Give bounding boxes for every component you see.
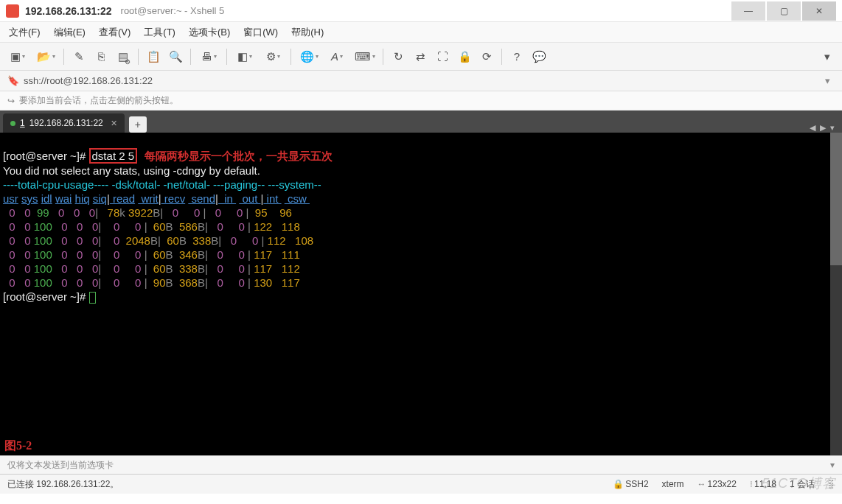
menu-file[interactable]: 文件(F) — [9, 26, 41, 39]
tab-status-dot-icon — [10, 121, 15, 126]
size-icon: ↔ — [697, 479, 706, 489]
menu-view[interactable]: 查看(V) — [99, 26, 131, 39]
help-icon[interactable]: ? — [507, 46, 527, 67]
separator — [63, 49, 64, 65]
send-hint-text: 仅将文本发送到当前选项卡 — [7, 459, 114, 472]
menu-window[interactable]: 窗口(W) — [243, 26, 278, 39]
encoding-icon[interactable]: ⚙ — [260, 46, 286, 67]
hint-text: 要添加当前会话，点击左侧的箭头按钮。 — [19, 94, 178, 107]
terminal[interactable]: [root@server ~]# dstat 2 5每隔两秒显示一个批次，一共显… — [0, 133, 842, 455]
close-button[interactable]: ✕ — [802, 1, 836, 21]
tab-strip: 1 192.168.26.131:22 ✕ + ◀ ▶ ▾ — [0, 111, 842, 133]
globe-icon[interactable]: 🌐 — [296, 46, 322, 67]
separator — [501, 49, 502, 65]
tab-menu-icon[interactable]: ▾ — [830, 123, 835, 133]
lock-icon[interactable]: 🔒 — [454, 46, 475, 67]
status-connection: 已连接 192.168.26.131:22。 — [7, 478, 599, 491]
hint-bar: ↪ 要添加当前会话，点击左侧的箭头按钮。 — [0, 91, 842, 111]
status-term: xterm — [662, 479, 684, 489]
separator — [190, 49, 191, 65]
status-size: ↔123x22 — [697, 479, 737, 489]
font-icon[interactable]: A — [324, 46, 350, 67]
address-url[interactable]: ssh://root@192.168.26.131:22 — [24, 75, 153, 86]
tab-close-icon[interactable]: ✕ — [111, 119, 117, 128]
print-icon[interactable]: 🖶 — [195, 46, 222, 67]
send-hint-dropdown-icon[interactable]: ▾ — [830, 460, 835, 470]
bookmark-icon[interactable]: 🔖 — [7, 75, 19, 86]
maximize-button[interactable]: ▢ — [767, 1, 801, 21]
separator — [138, 49, 139, 65]
title-ip: 192.168.26.131:22 — [25, 5, 112, 17]
refresh-icon[interactable]: ↻ — [388, 46, 408, 67]
address-dropdown-icon[interactable]: ▾ — [820, 75, 835, 86]
address-bar: 🔖 ssh://root@192.168.26.131:22 ▾ — [0, 71, 842, 91]
open-icon[interactable]: 📂 — [32, 46, 59, 67]
menu-edit[interactable]: 编辑(E) — [54, 26, 86, 39]
lock-status-icon: 🔒 — [613, 479, 624, 489]
status-bar: 已连接 192.168.26.131:22。 🔒SSH2 xterm ↔123x… — [0, 475, 842, 494]
separator — [226, 49, 227, 65]
keymap-icon[interactable]: ⌨ — [352, 46, 378, 67]
status-cursor: ⁝11,18 — [750, 479, 776, 489]
minimize-button[interactable]: — — [731, 1, 765, 21]
toolbar: ▣ 📂 ✎ ⎘ ▤⚙ 📋 🔍 🖶 ◧ ⚙ 🌐 A ⌨ ↻ ⇄ ⛶ 🔒 ⟳ ? 💬… — [0, 43, 842, 71]
paste-icon[interactable]: 📋 — [143, 46, 164, 67]
tab-prev-icon[interactable]: ◀ — [810, 123, 815, 133]
menu-tab[interactable]: 选项卡(B) — [189, 26, 230, 39]
tile-icon[interactable]: 💬 — [529, 46, 549, 67]
menu-tools[interactable]: 工具(T) — [144, 26, 175, 39]
session-tab[interactable]: 1 192.168.26.131:22 ✕ — [3, 113, 125, 133]
cursor-icon: ⁝ — [750, 479, 753, 489]
arrow-hint-icon: ↪ — [7, 96, 15, 106]
send-hint-bar: 仅将文本发送到当前选项卡 ▾ — [0, 455, 842, 475]
tab-label: 192.168.26.131:22 — [29, 118, 103, 128]
tab-nav: ◀ ▶ ▾ — [805, 123, 839, 133]
status-sessions: 1 会话 — [790, 478, 815, 491]
tab-number: 1 — [20, 118, 25, 128]
status-proto: 🔒SSH2 — [613, 479, 648, 489]
tab-add-button[interactable]: + — [129, 116, 147, 133]
title-session: root@server:~ - Xshell 5 — [121, 5, 225, 16]
tab-next-icon[interactable]: ▶ — [820, 123, 826, 133]
menu-help[interactable]: 帮助(H) — [291, 26, 324, 39]
title-bar: 192.168.26.131:22 root@server:~ - Xshell… — [0, 0, 842, 22]
edit-icon[interactable]: ✎ — [69, 46, 89, 67]
transfer-icon[interactable]: ⇄ — [410, 46, 431, 67]
new-session-icon[interactable]: ▣ — [4, 46, 31, 67]
search-icon[interactable]: 🔍 — [165, 46, 186, 67]
properties-icon[interactable]: ▤⚙ — [113, 46, 133, 67]
app-icon — [6, 4, 19, 18]
terminal-scrollbar[interactable] — [830, 133, 842, 455]
copy-icon[interactable]: ⎘ — [91, 46, 111, 67]
color-icon[interactable]: ◧ — [232, 46, 258, 67]
separator — [290, 49, 291, 65]
scrollbar-thumb[interactable] — [830, 133, 842, 265]
separator — [383, 49, 383, 65]
reconnect-icon[interactable]: ⟳ — [476, 46, 497, 67]
toolbar-overflow-icon[interactable]: ▾ — [817, 46, 838, 67]
menu-bar: 文件(F) 编辑(E) 查看(V) 工具(T) 选项卡(B) 窗口(W) 帮助(… — [0, 22, 842, 43]
status-grip-icon: ⣿ — [828, 479, 835, 489]
expand-icon[interactable]: ⛶ — [432, 46, 453, 67]
window-buttons: — ▢ ✕ — [730, 1, 836, 21]
figure-label: 图5-2 — [4, 438, 32, 452]
